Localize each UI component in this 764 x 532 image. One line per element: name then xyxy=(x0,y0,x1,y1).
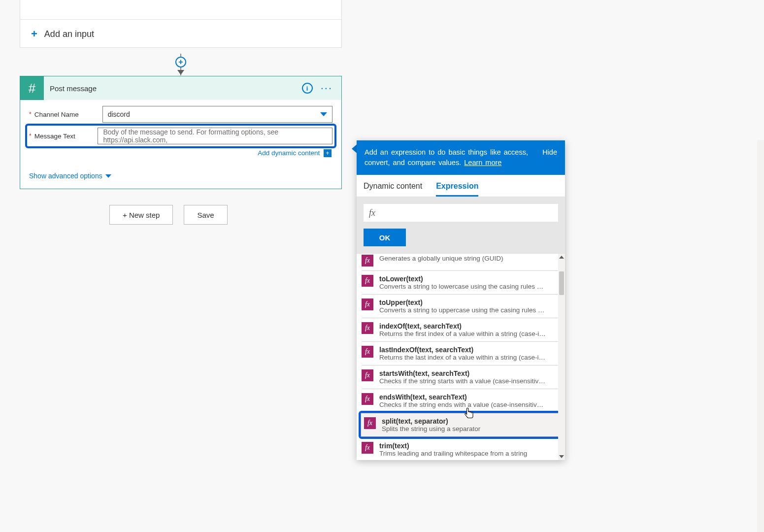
scroll-up-icon[interactable] xyxy=(559,256,564,259)
function-description: Returns the last index of a value within… xyxy=(379,354,547,361)
tab-dynamic-content[interactable]: Dynamic content xyxy=(364,182,422,197)
chevron-down-icon xyxy=(320,112,327,116)
function-signature: indexOf(text, searchText) xyxy=(379,322,560,330)
channel-name-row: * Channel Name discord xyxy=(29,106,332,123)
channel-name-label: Channel Name xyxy=(34,111,98,118)
fx-icon: fx xyxy=(362,442,373,454)
fx-icon: fx xyxy=(362,255,373,266)
channel-name-value: discord xyxy=(108,110,130,118)
scroll-thumb[interactable] xyxy=(559,271,564,295)
chevron-down-icon xyxy=(105,174,111,178)
function-signature: lastIndexOf(text, searchText) xyxy=(379,346,560,354)
function-signature: endsWith(text, searchText) xyxy=(379,393,560,401)
dynamic-plus-icon: + xyxy=(324,149,332,157)
save-button[interactable]: Save xyxy=(184,205,227,225)
function-description: Generates a globally unique string (GUID… xyxy=(379,255,547,262)
trigger-card: D + Add an input xyxy=(20,0,342,48)
function-signature: toUpper(text) xyxy=(379,299,560,306)
function-description: Checks if the string ends with a value (… xyxy=(379,401,547,408)
fx-icon: fx xyxy=(362,275,373,287)
ok-button[interactable]: OK xyxy=(364,229,406,246)
expression-flyout: Add an expression to do basic things lik… xyxy=(357,140,565,460)
new-step-button[interactable]: + New step xyxy=(109,205,173,225)
fx-icon: fx xyxy=(362,299,373,310)
show-advanced-options-button[interactable]: Show advanced options xyxy=(29,172,332,180)
add-input-label: Add an input xyxy=(44,29,94,39)
fx-prefix-icon: fx xyxy=(369,208,375,218)
required-star-icon: * xyxy=(29,133,32,139)
slack-hash-icon: # xyxy=(20,76,44,100)
action-header[interactable]: # Post message i ··· xyxy=(20,76,341,100)
arrow-down-icon xyxy=(177,70,184,75)
message-text-input[interactable]: Body of the message to send. For formatt… xyxy=(98,128,332,144)
function-row[interactable]: fxtoLower(text)Converts a string to lowe… xyxy=(362,271,560,295)
fx-icon: fx xyxy=(362,393,373,405)
add-input-button[interactable]: + Add an input xyxy=(27,20,334,39)
action-card: # Post message i ··· * Channel Name disc… xyxy=(20,76,342,189)
learn-more-link[interactable]: Learn more xyxy=(464,159,501,166)
function-row-highlighted[interactable]: fxsplit(text, separator)Splits the strin… xyxy=(361,413,561,437)
scroll-down-icon[interactable] xyxy=(559,455,564,458)
message-text-label: Message Text xyxy=(34,133,93,140)
function-row[interactable]: fxendsWith(text, searchText)Checks if th… xyxy=(362,389,560,413)
required-star-icon: * xyxy=(29,111,32,118)
function-row[interactable]: fxtrim(text)Trims leading and trailing w… xyxy=(362,438,560,460)
channel-name-dropdown[interactable]: discord xyxy=(102,106,332,123)
page-scrollbar[interactable] xyxy=(757,140,764,532)
fx-icon: fx xyxy=(362,322,373,334)
tab-expression[interactable]: Expression xyxy=(436,182,478,197)
message-text-row: * Message Text Body of the message to se… xyxy=(27,126,334,146)
message-text-placeholder: Body of the message to send. For formatt… xyxy=(103,128,327,144)
fx-icon: fx xyxy=(362,346,373,358)
function-row[interactable]: fxtoUpper(text)Converts a string to uppe… xyxy=(362,295,560,318)
fx-icon: fx xyxy=(362,369,373,381)
function-row[interactable]: fxstartsWith(text, searchText)Checks if … xyxy=(362,366,560,389)
insert-step-between-button[interactable]: + xyxy=(175,57,186,67)
add-dynamic-content-link[interactable]: Add dynamic content + xyxy=(29,149,332,157)
function-signature: trim(text) xyxy=(379,442,560,450)
action-title: Post message xyxy=(50,84,296,93)
info-icon[interactable]: i xyxy=(302,83,313,94)
function-list: fxGenerates a globally unique string (GU… xyxy=(357,253,565,460)
function-description: Trims leading and trailing whitespace fr… xyxy=(379,450,547,457)
function-signature: split(text, separator) xyxy=(382,417,558,425)
function-description: Converts a string to lowercase using the… xyxy=(379,283,547,290)
function-description: Splits the string using a separator xyxy=(382,425,549,432)
function-description: Converts a string to uppercase using the… xyxy=(379,306,547,314)
function-description: Returns the first index of a value withi… xyxy=(379,330,547,337)
flyout-header: Add an expression to do basic things lik… xyxy=(357,140,565,175)
function-row[interactable]: fxGenerates a globally unique string (GU… xyxy=(362,254,560,271)
function-signature: startsWith(text, searchText) xyxy=(379,369,560,377)
plus-icon: + xyxy=(31,29,37,39)
hide-flyout-button[interactable]: Hide xyxy=(542,147,557,158)
scrollbar[interactable] xyxy=(558,254,565,460)
expression-input[interactable]: fx xyxy=(364,204,558,222)
function-description: Checks if the string starts with a value… xyxy=(379,377,547,385)
function-row[interactable]: fxindexOf(text, searchText)Returns the f… xyxy=(362,318,560,342)
fx-icon: fx xyxy=(364,417,376,429)
function-signature: toLower(text) xyxy=(379,275,560,283)
function-row[interactable]: fxlastIndexOf(text, searchText)Returns t… xyxy=(362,342,560,366)
card-menu-icon[interactable]: ··· xyxy=(319,82,334,95)
